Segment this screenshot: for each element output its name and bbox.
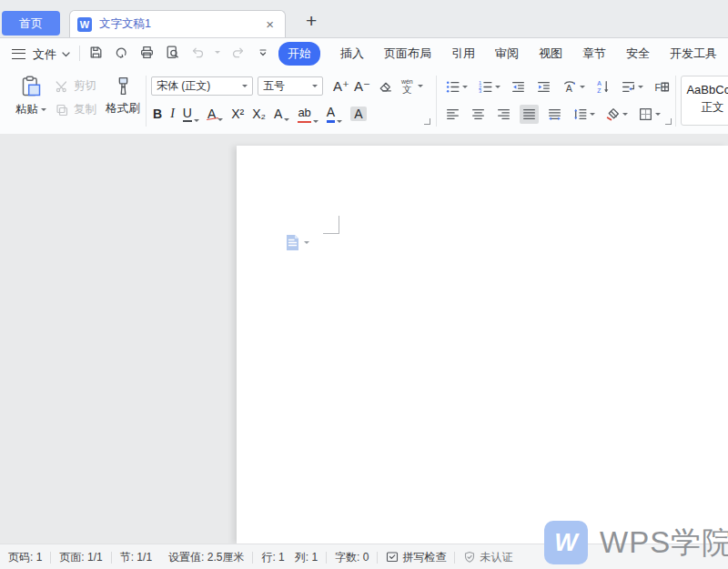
close-icon[interactable]: × [262, 15, 278, 33]
tab-security[interactable]: 安全 [626, 46, 650, 62]
cert-status-button[interactable]: 未认证 [455, 550, 521, 565]
superscript-button[interactable]: X² [231, 107, 244, 121]
bullets-button[interactable] [443, 77, 470, 97]
line-spacing-dropdown-icon[interactable] [590, 113, 595, 116]
underline-button[interactable]: U [183, 106, 199, 122]
tab-section[interactable]: 章节 [582, 46, 606, 62]
status-section: 节: 1/1 [112, 550, 160, 565]
customize-toolbar-button[interactable] [255, 44, 271, 60]
highlight-button[interactable]: ab [298, 106, 318, 123]
align-justify-button[interactable] [520, 105, 539, 124]
strikethrough-dropdown-icon[interactable] [217, 118, 223, 121]
text-direction-dropdown-icon[interactable] [580, 86, 585, 88]
numbering-dropdown-icon[interactable] [495, 86, 500, 88]
font-size-select[interactable]: 五号 [258, 76, 323, 96]
pinyin-guide-button[interactable]: wén 文 [401, 78, 413, 95]
paragraph-layout-icon: F [653, 79, 670, 95]
shrink-font-button[interactable]: A⁻ [354, 79, 370, 94]
tab-page-layout[interactable]: 页面布局 [384, 46, 431, 62]
status-column: 列: 1 [287, 550, 326, 565]
paragraph-marks-button[interactable] [619, 77, 645, 97]
text-effects-button[interactable]: A [274, 107, 289, 121]
chevron-down-icon [312, 85, 318, 87]
chevron-down-icon[interactable] [62, 52, 70, 57]
status-margin-setting: 设置值: 2.5厘米 [160, 550, 252, 565]
hamburger-menu-icon[interactable] [12, 49, 25, 59]
export-pdf-icon [114, 45, 129, 60]
copy-button[interactable]: 复制 [55, 102, 96, 117]
char-shading-button[interactable]: A [350, 107, 366, 121]
borders-dropdown-icon[interactable] [655, 113, 661, 116]
tab-dev-tools[interactable]: 开发工具 [670, 46, 717, 62]
underline-dropdown-icon[interactable] [194, 119, 199, 122]
font-color-button[interactable]: A [327, 105, 342, 123]
increase-indent-button[interactable] [534, 77, 553, 97]
cut-button[interactable]: 剪切 [55, 78, 96, 94]
print-preview-button[interactable] [164, 44, 180, 60]
undo-button[interactable] [189, 44, 206, 60]
doc-assistant-icon[interactable] [285, 234, 300, 251]
doc-assistant-dropdown-icon[interactable] [304, 241, 309, 244]
font-family-value: 宋体 (正文) [157, 78, 242, 94]
grow-font-button[interactable]: A⁺ [333, 79, 349, 94]
italic-button[interactable]: I [170, 107, 175, 121]
borders-icon [638, 107, 653, 122]
font-family-select[interactable]: 宋体 (正文) [151, 76, 253, 96]
new-tab-button[interactable]: + [302, 11, 320, 30]
quick-access-toolbar [87, 44, 271, 60]
format-painter-button[interactable]: 格式刷 [102, 75, 144, 117]
text-effects-dropdown-icon[interactable] [284, 118, 289, 121]
home-tab-button[interactable]: 首页 [2, 11, 60, 36]
text-direction-button[interactable]: A [560, 77, 587, 97]
document-page[interactable] [237, 146, 728, 544]
print-button[interactable] [138, 44, 155, 60]
highlight-dropdown-icon[interactable] [313, 120, 318, 123]
sort-button[interactable]: AZ [593, 77, 612, 97]
align-right-icon [496, 107, 511, 122]
paste-button[interactable]: 粘贴 [11, 75, 51, 117]
shading-dropdown-icon[interactable] [622, 113, 628, 116]
bold-button[interactable]: B [153, 107, 162, 121]
paste-dropdown-icon[interactable] [41, 108, 46, 111]
font-dialog-launcher-icon[interactable] [424, 118, 430, 125]
align-left-button[interactable] [443, 105, 462, 124]
export-pdf-button[interactable] [113, 44, 129, 60]
document-tab[interactable]: W 文字文稿1 × [69, 10, 286, 37]
tab-start[interactable]: 开始 [278, 42, 320, 66]
print-icon [139, 45, 155, 60]
redo-button[interactable] [229, 44, 246, 60]
svg-text:A: A [566, 82, 573, 93]
font-color-dropdown-icon[interactable] [337, 120, 342, 123]
undo-dropdown-icon[interactable] [215, 51, 220, 54]
style-preview-text: AaBbCcD [682, 83, 728, 97]
tab-insert[interactable]: 插入 [340, 46, 364, 62]
tab-review[interactable]: 审阅 [495, 46, 519, 62]
align-right-button[interactable] [494, 105, 513, 124]
clear-format-button[interactable] [378, 78, 393, 94]
tab-references[interactable]: 引用 [451, 46, 475, 62]
file-menu[interactable]: 文件 [33, 46, 56, 63]
subscript-label: X₂ [252, 107, 266, 121]
undo-icon [190, 45, 206, 60]
bullets-dropdown-icon[interactable] [462, 86, 468, 88]
decrease-indent-button[interactable] [509, 77, 528, 97]
shading-button[interactable] [603, 105, 630, 124]
distribute-button[interactable] [545, 105, 564, 124]
text-effects-label: A [274, 107, 282, 121]
subscript-button[interactable]: X₂ [252, 107, 266, 121]
paragraph-marks-dropdown-icon[interactable] [638, 86, 643, 88]
spell-check-button[interactable]: 拼写检查 [378, 550, 454, 565]
paragraph-layout-button[interactable]: F [652, 77, 672, 97]
style-card-body-text[interactable]: AaBbCcD 正文 [681, 76, 728, 126]
line-spacing-button[interactable] [571, 105, 597, 124]
tab-view[interactable]: 视图 [539, 46, 562, 62]
strikethrough-button[interactable]: A [207, 107, 223, 121]
align-center-button[interactable] [469, 105, 488, 124]
pinyin-dropdown-icon[interactable] [418, 85, 423, 87]
save-button[interactable] [87, 44, 104, 60]
paragraph-dialog-launcher-icon[interactable] [665, 118, 672, 125]
status-pages[interactable]: 页面: 1/1 [51, 550, 110, 565]
borders-button[interactable] [636, 105, 662, 124]
status-word-count[interactable]: 字数: 0 [327, 550, 377, 565]
numbering-button[interactable]: 123 [476, 77, 502, 97]
